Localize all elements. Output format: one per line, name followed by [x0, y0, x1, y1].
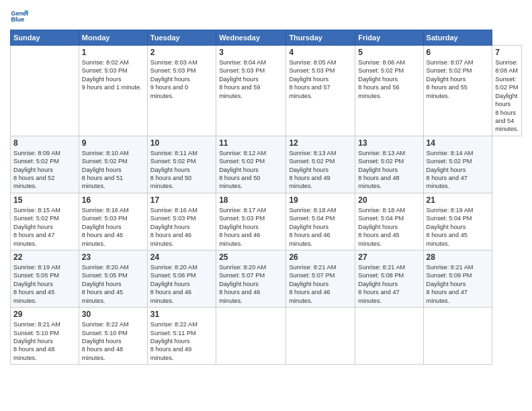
- day-number: 6: [427, 48, 490, 57]
- day-number: 26: [289, 253, 352, 262]
- day-number: 30: [82, 310, 144, 319]
- day-cell: 18 Sunrise: 8:17 AM Sunset: 5:03 PM Dayl…: [216, 193, 286, 250]
- day-cell: 30 Sunrise: 8:22 AM Sunset: 5:10 PM Dayl…: [79, 308, 147, 365]
- day-info: Sunrise: 8:15 AM Sunset: 5:02 PM Dayligh…: [13, 206, 76, 248]
- day-number: 11: [219, 138, 283, 148]
- day-cell: 16 Sunrise: 8:16 AM Sunset: 5:03 PM Dayl…: [79, 193, 147, 250]
- day-info: Sunrise: 8:14 AM Sunset: 5:02 PM Dayligh…: [427, 149, 490, 191]
- day-info: Sunrise: 8:21 AM Sunset: 5:08 PM Dayligh…: [358, 263, 420, 305]
- day-cell: 17 Sunrise: 8:16 AM Sunset: 5:03 PM Dayl…: [147, 193, 216, 250]
- day-cell: 20 Sunrise: 8:18 AM Sunset: 5:04 PM Dayl…: [355, 193, 423, 250]
- day-number: 21: [427, 195, 490, 205]
- day-info: Sunrise: 8:13 AM Sunset: 5:02 PM Dayligh…: [289, 149, 352, 191]
- header-cell: Monday: [79, 30, 147, 46]
- day-cell: 25 Sunrise: 8:20 AM Sunset: 5:07 PM Dayl…: [216, 250, 286, 308]
- svg-text:Blue: Blue: [11, 16, 24, 23]
- day-number: 31: [150, 310, 213, 319]
- day-info: Sunrise: 8:09 AM Sunset: 5:02 PM Dayligh…: [13, 149, 76, 191]
- day-number: 28: [427, 253, 490, 262]
- day-info: Sunrise: 8:13 AM Sunset: 5:02 PM Dayligh…: [358, 149, 420, 191]
- header-cell: Sunday: [11, 30, 79, 46]
- day-cell: 15 Sunrise: 8:15 AM Sunset: 5:02 PM Dayl…: [11, 193, 79, 250]
- week-row: 15 Sunrise: 8:15 AM Sunset: 5:02 PM Dayl…: [11, 193, 522, 250]
- day-info: Sunrise: 8:06 AM Sunset: 5:02 PM Dayligh…: [358, 58, 420, 100]
- day-number: 10: [150, 138, 213, 148]
- day-info: Sunrise: 8:22 AM Sunset: 5:10 PM Dayligh…: [82, 320, 144, 362]
- header: General Blue: [10, 7, 522, 26]
- day-number: 8: [13, 138, 76, 148]
- day-cell: 8 Sunrise: 8:09 AM Sunset: 5:02 PM Dayli…: [11, 136, 79, 193]
- day-number: 4: [289, 48, 352, 57]
- day-cell: 3 Sunrise: 8:04 AM Sunset: 5:03 PM Dayli…: [216, 46, 286, 136]
- day-cell: 19 Sunrise: 8:18 AM Sunset: 5:04 PM Dayl…: [286, 193, 355, 250]
- day-info: Sunrise: 8:20 AM Sunset: 5:06 PM Dayligh…: [150, 263, 213, 305]
- day-number: 23: [82, 253, 144, 262]
- day-cell: 6 Sunrise: 8:07 AM Sunset: 5:02 PM Dayli…: [423, 46, 492, 136]
- day-cell: 1 Sunrise: 8:02 AM Sunset: 5:03 PM Dayli…: [79, 46, 147, 136]
- day-info: Sunrise: 8:21 AM Sunset: 5:09 PM Dayligh…: [427, 263, 490, 305]
- day-number: 24: [150, 253, 213, 262]
- day-number: 16: [82, 195, 144, 205]
- header-cell: Friday: [355, 30, 423, 46]
- day-info: Sunrise: 8:22 AM Sunset: 5:11 PM Dayligh…: [150, 320, 213, 362]
- day-number: 25: [219, 253, 283, 262]
- day-number: 1: [82, 48, 144, 57]
- header-row: SundayMondayTuesdayWednesdayThursdayFrid…: [11, 30, 522, 46]
- week-row: 29 Sunrise: 8:21 AM Sunset: 5:10 PM Dayl…: [11, 308, 522, 365]
- day-info: Sunrise: 8:12 AM Sunset: 5:02 PM Dayligh…: [219, 149, 283, 191]
- header-cell: Wednesday: [216, 30, 286, 46]
- day-number: 12: [289, 138, 352, 148]
- day-number: 20: [358, 195, 420, 205]
- day-info: Sunrise: 8:17 AM Sunset: 5:03 PM Dayligh…: [219, 206, 283, 248]
- day-cell: 27 Sunrise: 8:21 AM Sunset: 5:08 PM Dayl…: [355, 250, 423, 308]
- day-info: Sunrise: 8:19 AM Sunset: 5:05 PM Dayligh…: [13, 263, 76, 305]
- day-number: 22: [13, 253, 76, 262]
- day-info: Sunrise: 8:08 AM Sunset: 5:02 PM Dayligh…: [495, 58, 519, 134]
- header-cell: Thursday: [286, 30, 355, 46]
- day-info: Sunrise: 8:18 AM Sunset: 5:04 PM Dayligh…: [358, 206, 420, 248]
- header-cell: Tuesday: [147, 30, 216, 46]
- logo-icon: General Blue: [10, 7, 29, 26]
- day-cell: 29 Sunrise: 8:21 AM Sunset: 5:10 PM Dayl…: [11, 308, 79, 365]
- day-number: 18: [219, 195, 283, 205]
- day-cell: 4 Sunrise: 8:05 AM Sunset: 5:03 PM Dayli…: [286, 46, 355, 136]
- day-number: 27: [358, 253, 420, 262]
- day-number: 13: [358, 138, 420, 148]
- day-info: Sunrise: 8:21 AM Sunset: 5:07 PM Dayligh…: [289, 263, 352, 305]
- day-cell: 21 Sunrise: 8:19 AM Sunset: 5:04 PM Dayl…: [423, 193, 492, 250]
- day-number: 15: [13, 195, 76, 205]
- day-number: 2: [150, 48, 213, 57]
- day-cell: 12 Sunrise: 8:13 AM Sunset: 5:02 PM Dayl…: [286, 136, 355, 193]
- day-cell: 28 Sunrise: 8:21 AM Sunset: 5:09 PM Dayl…: [423, 250, 492, 308]
- day-info: Sunrise: 8:20 AM Sunset: 5:05 PM Dayligh…: [82, 263, 144, 305]
- empty-cell: [216, 308, 286, 365]
- day-info: Sunrise: 8:03 AM Sunset: 5:03 PM Dayligh…: [150, 58, 213, 100]
- day-number: 17: [150, 195, 213, 205]
- day-number: 19: [289, 195, 352, 205]
- day-number: 14: [427, 138, 490, 148]
- logo: General Blue: [10, 7, 29, 26]
- week-row: 8 Sunrise: 8:09 AM Sunset: 5:02 PM Dayli…: [11, 136, 522, 193]
- empty-cell: [355, 308, 423, 365]
- day-info: Sunrise: 8:19 AM Sunset: 5:04 PM Dayligh…: [427, 206, 490, 248]
- day-number: 3: [219, 48, 283, 57]
- day-info: Sunrise: 8:21 AM Sunset: 5:10 PM Dayligh…: [13, 320, 76, 362]
- day-cell: 22 Sunrise: 8:19 AM Sunset: 5:05 PM Dayl…: [11, 250, 79, 308]
- week-row: 1 Sunrise: 8:02 AM Sunset: 5:03 PM Dayli…: [11, 46, 522, 136]
- empty-cell: [423, 308, 492, 365]
- day-cell: 31 Sunrise: 8:22 AM Sunset: 5:11 PM Dayl…: [147, 308, 216, 365]
- header-cell: Saturday: [423, 30, 492, 46]
- day-info: Sunrise: 8:16 AM Sunset: 5:03 PM Dayligh…: [82, 206, 144, 248]
- day-cell: 23 Sunrise: 8:20 AM Sunset: 5:05 PM Dayl…: [79, 250, 147, 308]
- day-info: Sunrise: 8:04 AM Sunset: 5:03 PM Dayligh…: [219, 58, 283, 100]
- day-info: Sunrise: 8:16 AM Sunset: 5:03 PM Dayligh…: [150, 206, 213, 248]
- day-number: 5: [358, 48, 420, 57]
- day-cell: 2 Sunrise: 8:03 AM Sunset: 5:03 PM Dayli…: [147, 46, 216, 136]
- calendar-table: SundayMondayTuesdayWednesdayThursdayFrid…: [10, 30, 522, 365]
- day-info: Sunrise: 8:07 AM Sunset: 5:02 PM Dayligh…: [427, 58, 490, 100]
- day-cell: 7 Sunrise: 8:08 AM Sunset: 5:02 PM Dayli…: [492, 46, 522, 136]
- day-number: 7: [495, 48, 519, 57]
- day-cell: 10 Sunrise: 8:11 AM Sunset: 5:02 PM Dayl…: [147, 136, 216, 193]
- day-info: Sunrise: 8:18 AM Sunset: 5:04 PM Dayligh…: [289, 206, 352, 248]
- day-cell: 11 Sunrise: 8:12 AM Sunset: 5:02 PM Dayl…: [216, 136, 286, 193]
